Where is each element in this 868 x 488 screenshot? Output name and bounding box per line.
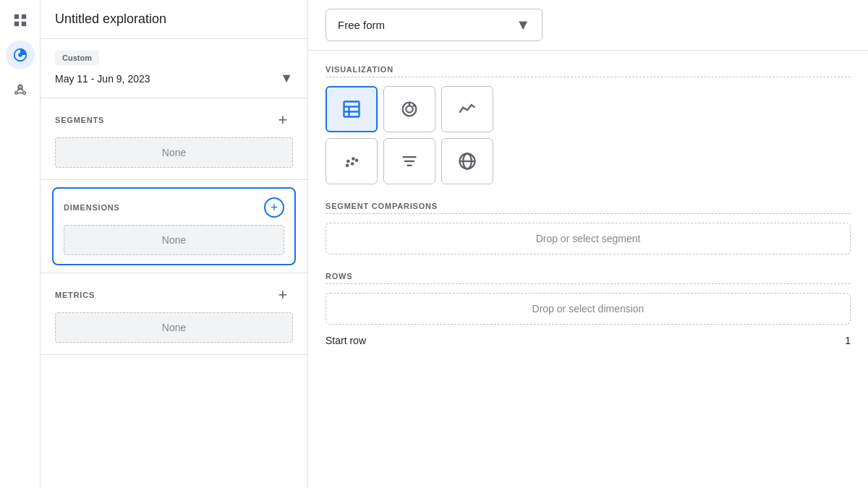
date-badge: Custom — [55, 51, 99, 65]
add-dimension-button[interactable]: + — [264, 197, 284, 218]
nav-analytics[interactable] — [6, 40, 35, 69]
dimensions-none: None — [64, 225, 284, 255]
svg-point-7 — [20, 86, 21, 87]
geo-viz-button[interactable] — [441, 138, 493, 184]
left-nav — [0, 0, 41, 488]
add-metric-button[interactable]: + — [273, 285, 293, 305]
svg-rect-3 — [21, 22, 25, 26]
svg-point-21 — [351, 162, 354, 166]
viz-grid — [326, 86, 851, 184]
rows-content: Drop or select dimension Start row 1 — [326, 293, 851, 346]
scatter-viz-button[interactable] — [326, 138, 378, 184]
rows-section: ROWS Drop or select dimension Start row … — [326, 272, 851, 346]
dimensions-wrapper: DIMENSIONS + None — [41, 180, 307, 273]
add-segment-button[interactable]: + — [273, 110, 293, 130]
nav-cursor[interactable] — [6, 75, 35, 104]
segments-section: SEGMENTS + None — [41, 98, 307, 180]
free-form-select[interactable]: Free form ▼ — [326, 9, 542, 41]
segments-label: SEGMENTS — [55, 116, 104, 124]
svg-point-16 — [406, 106, 412, 112]
svg-rect-11 — [344, 102, 359, 117]
svg-rect-2 — [14, 22, 18, 26]
metrics-header: METRICS + — [55, 285, 293, 305]
start-row: Start row 1 — [326, 332, 851, 346]
dimensions-label: DIMENSIONS — [64, 203, 120, 212]
segments-header: SEGMENTS + — [55, 110, 293, 130]
segment-comparisons-section: SEGMENT COMPARISONS Drop or select segme… — [326, 202, 851, 254]
visualization-label: VISUALIZATION — [326, 65, 851, 77]
svg-point-23 — [355, 159, 359, 163]
nav-grid[interactable] — [6, 6, 35, 35]
date-row: May 11 - Jun 9, 2023 ▼ — [55, 71, 293, 86]
segment-comparisons-label: SEGMENT COMPARISONS — [326, 202, 851, 214]
dimension-drop-box[interactable]: Drop or select dimension — [326, 293, 851, 325]
sidebar-header-section: Untitled exploration — [41, 0, 307, 39]
metrics-label: METRICS — [55, 291, 95, 299]
segments-none: None — [55, 137, 293, 168]
svg-point-22 — [352, 157, 355, 160]
sidebar-title: Untitled exploration — [55, 12, 293, 27]
bar-viz-button[interactable] — [383, 138, 435, 184]
svg-point-19 — [346, 164, 349, 168]
metrics-none: None — [55, 312, 293, 343]
start-row-value: 1 — [845, 335, 851, 346]
segment-drop-box[interactable]: Drop or select segment — [326, 223, 851, 254]
visualization-section: VISUALIZATION — [326, 65, 851, 184]
svg-point-20 — [346, 160, 350, 163]
svg-rect-0 — [14, 14, 18, 19]
date-section: Custom May 11 - Jun 9, 2023 ▼ — [41, 39, 307, 98]
svg-point-9 — [22, 92, 25, 95]
dimensions-header: DIMENSIONS + — [64, 197, 284, 218]
metrics-section: METRICS + None — [41, 273, 307, 355]
svg-point-8 — [14, 92, 17, 95]
svg-rect-1 — [21, 14, 25, 19]
chevron-down-icon[interactable]: ▼ — [280, 71, 293, 86]
free-form-label: Free form — [338, 19, 385, 31]
dimensions-section: DIMENSIONS + None — [52, 187, 296, 265]
donut-viz-button[interactable] — [383, 86, 435, 132]
date-range: May 11 - Jun 9, 2023 — [55, 73, 150, 85]
start-row-label: Start row — [326, 335, 366, 346]
main-panel: Free form ▼ VISUALIZATION — [308, 0, 868, 488]
table-viz-button[interactable] — [326, 86, 378, 132]
line-viz-button[interactable] — [441, 86, 493, 132]
dropdown-arrow-icon: ▼ — [516, 17, 530, 33]
top-bar: Free form ▼ — [308, 0, 868, 51]
rows-label: ROWS — [326, 272, 851, 284]
sidebar: Untitled exploration Custom May 11 - Jun… — [41, 0, 308, 488]
right-panel: VISUALIZATION — [308, 51, 868, 488]
svg-point-5 — [18, 53, 22, 57]
